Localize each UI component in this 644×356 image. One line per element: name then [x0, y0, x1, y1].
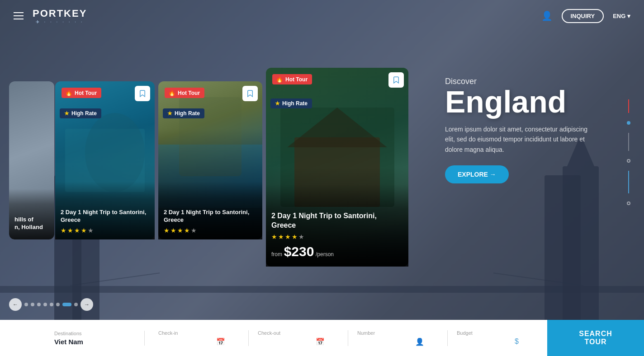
card-2-info: 2 Day 1 Night Trip to Santorini, Greece … — [158, 182, 262, 239]
cards-area: hills ofn, Holland 🔥 Hot Tour ★ — [0, 68, 430, 320]
tour-card-1: 🔥 Hot Tour ★ High Rate 2 Day 1 Night Tri… — [55, 81, 155, 239]
header-right: 👤 INQUIRY ENG ▾ — [541, 9, 631, 23]
hot-tour-badge-1: 🔥 Hot Tour — [62, 88, 101, 98]
vertical-navigation — [627, 99, 630, 205]
v-line-mid — [628, 133, 629, 151]
carousel-navigation: ← → — [9, 298, 93, 311]
budget-input-wrapper: $ — [457, 337, 534, 346]
checkout-field: Check-out 📅 — [258, 330, 348, 346]
star-icon-1: ★ — [64, 110, 69, 117]
search-tour-button[interactable]: SEARCH TOUR — [547, 320, 644, 356]
card-1-info: 2 Day 1 Night Trip to Santorini, Greece … — [55, 182, 155, 239]
header: PORTKEY ✈ · · · · · · · 👤 INQUIRY ENG ▾ — [0, 0, 644, 32]
card-3-info: 2 Day 1 Night Trip to Santorini, Greece … — [266, 184, 408, 267]
destinations-value: Viet Nam — [54, 338, 131, 346]
card-2-stars: ★ ★ ★ ★ ★ — [164, 227, 257, 234]
checkin-input-wrapper: 📅 — [158, 337, 235, 346]
card-partial-info: hills ofn, Holland — [9, 189, 54, 239]
card-partial-title: hills ofn, Holland — [14, 216, 54, 231]
destinations-label: Destinations — [54, 331, 131, 336]
budget-field: Budget $ — [457, 330, 547, 346]
card-1-title: 2 Day 1 Night Trip to Santorini, Greece — [61, 209, 149, 224]
card-3-stars: ★ ★ ★ ★ ★ — [271, 233, 403, 240]
flame-icon-3: 🔥 — [276, 76, 283, 83]
carousel-dot-5[interactable] — [56, 303, 60, 306]
budget-input[interactable] — [457, 338, 511, 346]
calendar-icon-checkin: 📅 — [216, 337, 225, 346]
budget-label: Budget — [457, 330, 534, 336]
logo: PORTKEY ✈ · · · · · · · — [33, 8, 87, 24]
checkin-input[interactable] — [158, 338, 213, 346]
checkout-label: Check-out — [258, 330, 334, 336]
card-partial-body: hills ofn, Holland — [9, 81, 54, 239]
explore-label: EXPLORE → — [458, 171, 496, 178]
card-partial: hills ofn, Holland — [9, 81, 54, 239]
number-label: Number — [357, 330, 434, 336]
high-rate-badge-3: ★ High Rate — [270, 98, 312, 108]
checkout-input[interactable] — [258, 338, 312, 346]
bookmark-button-3[interactable] — [388, 72, 404, 88]
bookmark-button-2[interactable] — [242, 86, 258, 101]
dollar-icon: $ — [515, 337, 519, 346]
carousel-dot-1[interactable] — [31, 303, 34, 306]
explore-button[interactable]: EXPLORE → — [445, 165, 509, 183]
star-icon-2: ★ — [167, 110, 172, 117]
hot-tour-badge-2: 🔥 Hot Tour — [165, 88, 204, 98]
logo-plane: ✈ · · · · · · · — [33, 19, 87, 24]
hero-description: Lorem ipsum dolor sit amet, consectetur … — [445, 124, 590, 155]
card-1-stars: ★ ★ ★ ★ ★ — [61, 227, 149, 234]
high-rate-badge-2: ★ High Rate — [163, 108, 204, 118]
card-3-price: from $230 /person — [271, 244, 403, 259]
hot-tour-badge-3: 🔥 Hot Tour — [272, 74, 312, 84]
logo-text: PORTKEY — [33, 8, 87, 19]
high-rate-badge-1: ★ High Rate — [60, 108, 101, 118]
header-left: PORTKEY ✈ · · · · · · · — [14, 8, 87, 24]
carousel-dot-2[interactable] — [37, 303, 41, 306]
carousel-dot-6[interactable] — [62, 303, 71, 306]
carousel-dot-0[interactable] — [24, 303, 28, 306]
menu-button[interactable] — [14, 12, 24, 19]
number-field: Number 👤 — [357, 330, 448, 346]
number-input-wrapper: 👤 — [357, 337, 434, 346]
bookmark-button-1[interactable] — [135, 86, 150, 101]
carousel-next[interactable]: → — [80, 298, 93, 311]
checkout-input-wrapper: 📅 — [258, 337, 334, 346]
card-2-title: 2 Day 1 Night Trip to Santorini, Greece — [164, 209, 257, 224]
main-content: hills ofn, Holland 🔥 Hot Tour ★ — [0, 32, 644, 320]
v-dot-3[interactable] — [627, 201, 630, 205]
card-3-title: 2 Day 1 Night Trip to Santorini, Greece — [271, 211, 403, 230]
user-icon[interactable]: 👤 — [541, 10, 553, 21]
flame-icon-1: 🔥 — [65, 89, 72, 96]
v-dot-2[interactable] — [627, 159, 630, 163]
country-name: England — [445, 86, 617, 117]
calendar-icon-checkout: 📅 — [316, 337, 325, 346]
star-icon-3: ★ — [275, 100, 280, 107]
carousel-dot-3[interactable] — [43, 303, 47, 306]
person-icon: 👤 — [415, 337, 424, 346]
checkin-label: Check-in — [158, 330, 235, 336]
hero-text-area: Discover England Lorem ipsum dolor sit a… — [445, 77, 617, 183]
number-input[interactable] — [357, 338, 412, 346]
destinations-field: Destinations Viet Nam — [54, 331, 145, 346]
carousel-prev[interactable]: ← — [9, 298, 22, 311]
v-dot-1[interactable] — [627, 121, 630, 125]
v-line-bottom — [628, 171, 629, 193]
search-bar: Destinations Viet Nam Check-in 📅 Check-o… — [0, 320, 644, 356]
tour-card-2: 🔥 Hot Tour ★ High Rate 2 Day 1 Night Tri… — [158, 81, 262, 239]
v-line-top — [628, 99, 629, 113]
tour-card-3: 🔥 Hot Tour ★ High Rate 2 Day 1 Night Tri… — [266, 68, 408, 267]
language-selector[interactable]: ENG ▾ — [613, 13, 630, 19]
carousel-dot-7[interactable] — [74, 303, 78, 306]
inquiry-button[interactable]: INQUIRY — [562, 9, 604, 23]
checkin-field: Check-in 📅 — [158, 330, 249, 346]
flame-icon-2: 🔥 — [168, 89, 175, 96]
carousel-dot-4[interactable] — [50, 303, 53, 306]
